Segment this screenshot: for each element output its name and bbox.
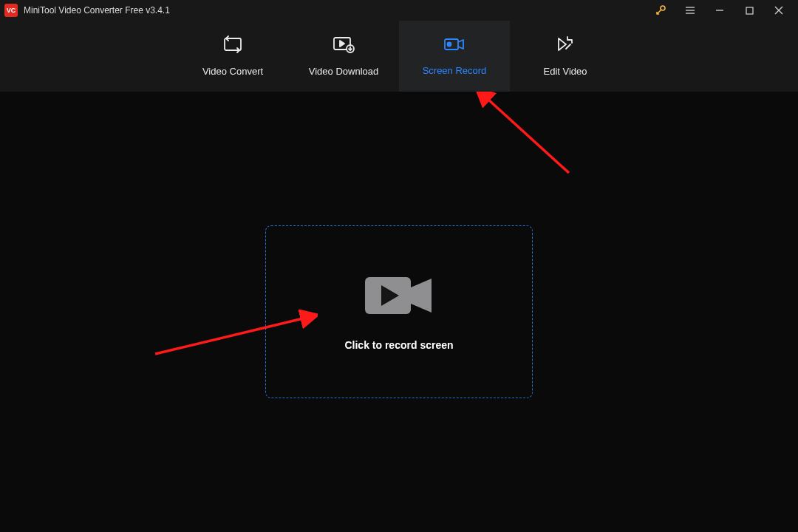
screen-record-panel: Click to record screen xyxy=(0,92,798,532)
tab-video-convert[interactable]: Video Convert xyxy=(177,21,288,92)
convert-icon xyxy=(222,35,244,55)
minimize-button[interactable] xyxy=(705,0,734,21)
svg-line-17 xyxy=(488,99,569,173)
tab-label: Screen Record xyxy=(423,65,487,76)
main-tabs: Video Convert Video Download Screen Reco… xyxy=(0,21,798,92)
tab-video-download[interactable]: Video Download xyxy=(288,21,399,92)
tab-label: Edit Video xyxy=(543,66,587,77)
tab-label: Video Download xyxy=(309,66,378,77)
key-icon[interactable] xyxy=(646,0,675,21)
svg-rect-5 xyxy=(746,7,753,14)
tab-edit-video[interactable]: Edit Video xyxy=(510,21,621,92)
svg-point-13 xyxy=(448,43,451,47)
app-title: MiniTool Video Converter Free v3.4.1 xyxy=(24,5,170,16)
tab-label: Video Convert xyxy=(202,66,263,77)
record-screen-button[interactable]: Click to record screen xyxy=(265,225,533,398)
maximize-button[interactable] xyxy=(734,0,764,21)
svg-marker-10 xyxy=(340,41,344,47)
close-button[interactable] xyxy=(764,0,794,21)
download-icon xyxy=(332,35,355,55)
edit-icon xyxy=(556,35,575,55)
tab-screen-record[interactable]: Screen Record xyxy=(399,21,510,92)
record-icon xyxy=(443,36,466,55)
app-logo: VC xyxy=(4,4,18,17)
annotation-arrow-top xyxy=(466,92,584,180)
menu-icon[interactable] xyxy=(675,0,705,21)
titlebar: VC MiniTool Video Converter Free v3.4.1 xyxy=(0,0,798,21)
camera-icon xyxy=(362,273,436,321)
record-cta-label: Click to record screen xyxy=(344,339,453,351)
